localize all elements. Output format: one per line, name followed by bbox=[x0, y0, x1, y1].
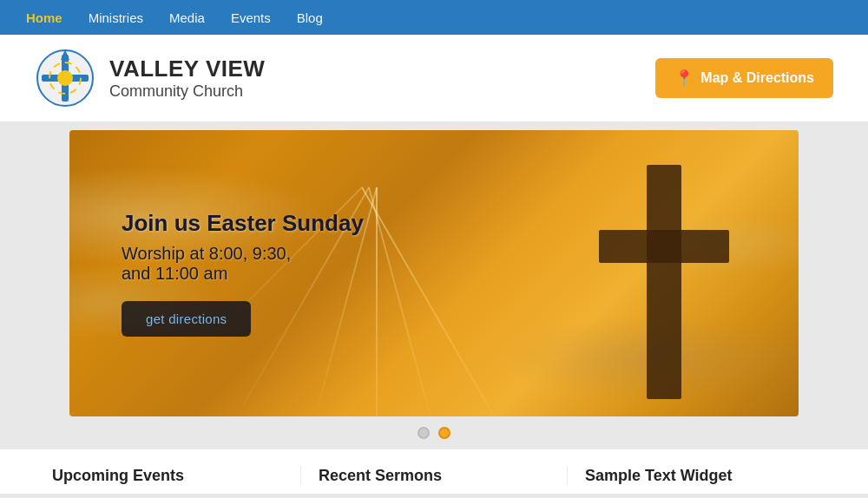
get-directions-button[interactable]: get directions bbox=[122, 301, 251, 337]
recent-sermons-col: Recent Sermons bbox=[300, 467, 567, 485]
nav-home[interactable]: Home bbox=[26, 10, 62, 25]
church-name-secondary: Community Church bbox=[109, 82, 265, 101]
bottom-section: Upcoming Events Recent Sermons Sample Te… bbox=[0, 449, 868, 494]
main-nav: Home Ministries Media Events Blog bbox=[0, 0, 868, 35]
text-widget-title: Sample Text Widget bbox=[585, 467, 816, 485]
hero-text-area: Join us Easter Sunday Worship at 8:00, 9… bbox=[69, 210, 364, 337]
nav-media[interactable]: Media bbox=[169, 10, 205, 25]
upcoming-events-col: Upcoming Events bbox=[35, 467, 300, 485]
cross-vertical-beam bbox=[647, 165, 681, 399]
hero-title: Join us Easter Sunday bbox=[122, 210, 364, 237]
slider-dots bbox=[35, 416, 833, 446]
nav-events[interactable]: Events bbox=[231, 10, 271, 25]
church-name-primary: VALLEY VIEW bbox=[109, 56, 265, 82]
upcoming-events-title: Upcoming Events bbox=[52, 467, 283, 485]
recent-sermons-title: Recent Sermons bbox=[319, 467, 549, 485]
nav-ministries[interactable]: Ministries bbox=[89, 10, 143, 25]
map-pin-icon: 📍 bbox=[674, 69, 694, 88]
church-name: VALLEY VIEW Community Church bbox=[109, 56, 265, 101]
logo-area: VALLEY VIEW Community Church bbox=[35, 48, 265, 108]
site-header: VALLEY VIEW Community Church 📍 Map & Dir… bbox=[0, 35, 868, 121]
cross-horizontal-beam bbox=[599, 230, 729, 263]
svg-point-3 bbox=[57, 70, 73, 86]
map-button-label: Map & Directions bbox=[700, 70, 814, 86]
hero-slide: Join us Easter Sunday Worship at 8:00, 9… bbox=[69, 130, 799, 416]
hero-subtitle: Worship at 8:00, 9:30,and 11:00 am bbox=[122, 244, 364, 284]
cross-image bbox=[599, 165, 729, 399]
church-logo-icon bbox=[35, 48, 95, 108]
hero-slider: Join us Easter Sunday Worship at 8:00, 9… bbox=[69, 130, 799, 416]
slider-dot-2[interactable] bbox=[438, 427, 450, 439]
nav-blog[interactable]: Blog bbox=[297, 10, 323, 25]
slider-dot-1[interactable] bbox=[418, 427, 430, 439]
text-widget-col: Sample Text Widget bbox=[567, 467, 833, 485]
map-directions-button[interactable]: 📍 Map & Directions bbox=[655, 58, 833, 98]
